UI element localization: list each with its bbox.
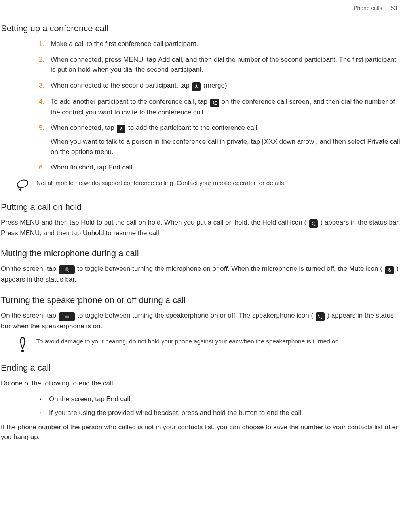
note-icon xyxy=(15,178,30,192)
step-text: When finished, tap End call. xyxy=(51,164,134,171)
svg-point-3 xyxy=(22,350,23,352)
heading-end-call: Ending a call xyxy=(1,361,400,374)
merge-icon xyxy=(192,82,201,91)
step-subtext: When you want to talk to a person in the… xyxy=(51,137,400,157)
heading-hold: Putting a call on hold xyxy=(1,200,400,213)
hold-icon xyxy=(309,219,318,228)
end-bullet-2: If you are using the provided wired head… xyxy=(39,408,400,418)
speaker-status-icon xyxy=(316,312,325,321)
end-intro: Do one of the following to end the call: xyxy=(1,378,400,388)
step-6: 6. When finished, tap End call. xyxy=(39,162,400,173)
header-page-number: 53 xyxy=(391,5,397,11)
step-number: 4. xyxy=(39,97,44,107)
hold-paragraph: Press MENU and then tap Hold to put the … xyxy=(1,217,400,238)
step-5: 5. When connected, tap to add the partic… xyxy=(39,123,400,157)
merge-icon xyxy=(117,125,125,133)
conference-steps: 1. Make a call to the first conference c… xyxy=(39,39,400,173)
note-conference: Not all mobile networks support conferen… xyxy=(15,178,400,192)
end-bullets: On the screen, tap End call. If you are … xyxy=(39,394,400,418)
end-outro: If the phone number of the person who ca… xyxy=(1,422,400,442)
mute-paragraph: On the screen, tap to toggle between tur… xyxy=(1,264,400,285)
mute-toggle-icon xyxy=(59,265,75,274)
step-4: 4. To add another participant to the con… xyxy=(39,97,400,118)
step-1: 1. Make a call to the first conference c… xyxy=(39,39,400,49)
step-number: 6. xyxy=(39,162,44,173)
step-text: When connected, tap to add the participa… xyxy=(51,124,259,131)
warning-speaker: To avoid damage to your hearing, do not … xyxy=(15,337,400,352)
mute-status-icon xyxy=(385,266,394,274)
warning-icon xyxy=(15,337,30,352)
step-number: 2. xyxy=(39,55,44,65)
step-text: When connected, press MENU, tap Add call… xyxy=(51,56,396,74)
step-text: Make a call to the first conference call… xyxy=(51,40,198,48)
heading-conference-call: Setting up a conference call xyxy=(1,22,400,35)
step-text: When connected to the second participant… xyxy=(51,82,229,89)
add-call-icon xyxy=(210,99,219,107)
step-number: 1. xyxy=(39,39,44,49)
page-header: Phone calls 53 xyxy=(1,4,400,12)
speaker-toggle-icon xyxy=(59,312,75,321)
step-2: 2. When connected, press MENU, tap Add c… xyxy=(39,55,400,75)
header-section: Phone calls xyxy=(353,5,382,11)
heading-speaker: Turning the speakerphone on or off durin… xyxy=(1,293,400,307)
end-bullet-1: On the screen, tap End call. xyxy=(39,394,400,404)
note-text: Not all mobile networks support conferen… xyxy=(36,178,286,187)
heading-mute: Muting the microphone during a call xyxy=(1,247,400,260)
speaker-paragraph: On the screen, tap to toggle between tur… xyxy=(1,310,400,331)
step-3: 3. When connected to the second particip… xyxy=(39,80,400,91)
step-number: 3. xyxy=(39,80,44,91)
step-number: 5. xyxy=(39,123,44,133)
step-text: To add another participant to the confer… xyxy=(51,98,395,116)
warning-text: To avoid damage to your hearing, do not … xyxy=(36,337,340,346)
